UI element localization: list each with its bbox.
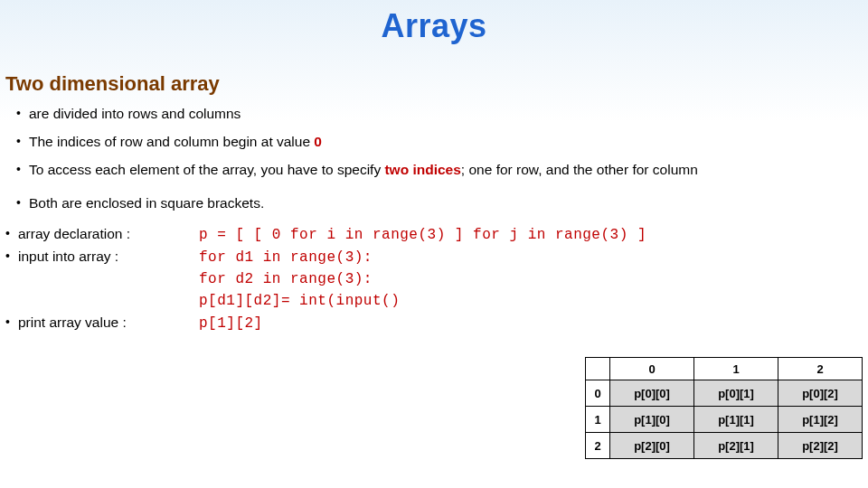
array-table: 0 1 2 0 p[0][0] p[0][1] p[0][2] 1 p[1][0… xyxy=(585,357,863,459)
col-header: 0 xyxy=(610,358,694,380)
table-cell: p[1][0] xyxy=(610,407,694,433)
bullet-item: Both are enclosed in square brackets. xyxy=(16,194,852,213)
example-row-input-line2: for d2 in range(3): xyxy=(5,271,852,287)
code-print: p[1][2] xyxy=(199,315,263,332)
example-row-input-line3: p[d1][d2]= int(input() xyxy=(5,293,852,309)
code-input-line2: for d2 in range(3): xyxy=(199,271,373,287)
table-row: 1 p[1][0] p[1][1] p[1][2] xyxy=(586,407,863,433)
table-cell: p[2][0] xyxy=(610,433,694,459)
table-row: 0 p[0][0] p[0][1] p[0][2] xyxy=(586,380,863,407)
array-index-table: 0 1 2 0 p[0][0] p[0][1] p[0][2] 1 p[1][0… xyxy=(585,357,863,459)
example-label: array declaration : xyxy=(5,226,199,242)
table-cell: p[2][1] xyxy=(694,433,778,459)
code-input-line1: for d1 in range(3): xyxy=(199,249,373,266)
bullet-text: Both are enclosed in square brackets. xyxy=(29,195,264,211)
bullet-text: ; one for row, and the other for column xyxy=(461,162,698,177)
table-cell: p[1][2] xyxy=(778,407,863,433)
col-header: 1 xyxy=(694,358,778,380)
col-header: 2 xyxy=(778,358,863,380)
section-heading: Two dimensional array xyxy=(5,72,852,96)
example-label: print array value : xyxy=(5,314,199,331)
table-header-row: 0 1 2 xyxy=(586,358,863,380)
code-declaration: p = [ [ 0 for i in range(3) ] for j in r… xyxy=(199,227,646,243)
table-cell: p[0][1] xyxy=(694,380,778,407)
table-cell: p[0][0] xyxy=(610,380,694,407)
example-row-input: input into array : for d1 in range(3): xyxy=(5,249,852,266)
content-area: Two dimensional array are divided into r… xyxy=(0,45,868,332)
emphasis-two-indices: two indices xyxy=(384,162,460,177)
row-header: 0 xyxy=(586,380,610,407)
code-input-line3: p[d1][d2]= int(input() xyxy=(199,293,400,309)
table-cell: p[0][2] xyxy=(778,380,863,407)
row-header: 2 xyxy=(586,433,610,459)
examples-block: array declaration : p = [ [ 0 for i in r… xyxy=(5,226,852,332)
example-label: input into array : xyxy=(5,249,199,265)
bullet-item: are divided into rows and columns xyxy=(16,105,852,124)
example-row-declaration: array declaration : p = [ [ 0 for i in r… xyxy=(5,226,852,243)
bullet-list: are divided into rows and columns The in… xyxy=(16,105,852,213)
bullet-text: The indices of row and column begin at v… xyxy=(29,134,314,149)
bullet-item: To access each element of the array, you… xyxy=(16,161,852,180)
row-header: 1 xyxy=(586,407,610,433)
bullet-text: To access each element of the array, you… xyxy=(29,162,384,177)
example-row-print: print array value : p[1][2] xyxy=(5,314,852,332)
table-cell: p[1][1] xyxy=(694,407,778,433)
page-title: Arrays xyxy=(0,0,868,45)
table-corner xyxy=(586,358,610,380)
bullet-item: The indices of row and column begin at v… xyxy=(16,133,852,152)
table-row: 2 p[2][0] p[2][1] p[2][2] xyxy=(586,433,863,459)
emphasis-zero: 0 xyxy=(314,134,322,149)
table-cell: p[2][2] xyxy=(778,433,863,459)
